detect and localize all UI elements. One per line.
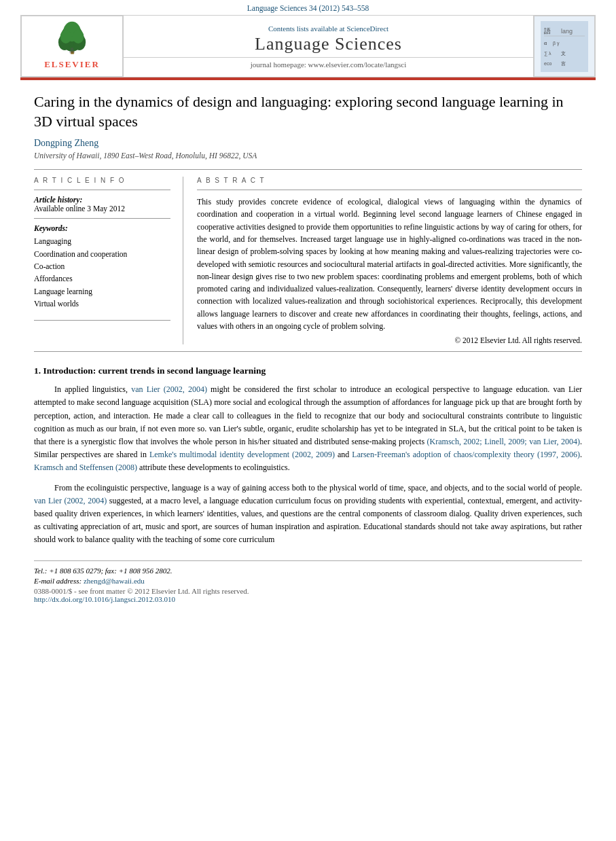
journal-link-bar: Language Sciences 34 (2012) 543–558: [0, 0, 616, 15]
section-divider: [34, 351, 582, 352]
body-paragraph-2: From the ecolinguistic perspective, lang…: [34, 482, 582, 547]
svg-text:文: 文: [561, 51, 566, 56]
affiliation: University of Hawaii, 1890 East–West Roa…: [34, 151, 582, 160]
van-lier-link-1[interactable]: van Lier (2002, 2004): [131, 384, 207, 394]
kramsch-link[interactable]: (Kramsch, 2002; Linell, 2009; van Lier, …: [427, 437, 580, 446]
abstract-header: A B S T R A C T: [197, 177, 582, 184]
info-top-divider: [34, 190, 170, 190]
footer-license-text: 0388-0001/$ - see front matter © 2012 El…: [34, 587, 249, 595]
copyright-line: © 2012 Elsevier Ltd. All rights reserved…: [197, 336, 582, 344]
title-divider: [34, 169, 582, 170]
journal-header: ELSEVIER Contents lists available at Sci…: [20, 15, 596, 77]
science-direct-link[interactable]: ScienceDirect: [346, 24, 388, 33]
keywords-label: Keywords:: [34, 224, 170, 232]
homepage-line: journal homepage: www.elsevier.com/locat…: [124, 57, 533, 71]
journal-title: Language Sciences: [255, 34, 402, 54]
abstract-column: A B S T R A C T This study provides conc…: [197, 177, 582, 344]
author-name: Dongping Zheng: [34, 138, 582, 149]
article-info-column: A R T I C L E I N F O Article history: A…: [34, 177, 183, 344]
header-center: Contents lists available at ScienceDirec…: [123, 16, 534, 77]
footer-tel: Tel.: +1 808 635 0279; fax: +1 808 956 2…: [34, 567, 173, 575]
abstract-text: This study provides concrete evidence of…: [197, 196, 582, 332]
info-section: A R T I C L E I N F O Article history: A…: [34, 177, 582, 344]
keyword-languaging: Languaging: [34, 235, 170, 247]
svg-text:∑ λ: ∑ λ: [544, 51, 551, 56]
footer-email-link[interactable]: zhengd@hawaii.edu: [84, 577, 145, 585]
elsevier-logo-left: ELSEVIER: [21, 16, 123, 77]
kramsch-steffensen-link[interactable]: Kramsch and Steffensen (2008): [34, 463, 137, 472]
homepage-text: journal homepage: www.elsevier.com/locat…: [251, 60, 407, 69]
elsevier-brand-text: ELSEVIER: [44, 59, 100, 70]
keyword-affordances: Affordances: [34, 272, 170, 285]
svg-text:言: 言: [561, 61, 566, 67]
svg-text:lang: lang: [561, 28, 573, 35]
section1-title: 1. Introduction: current trends in secon…: [34, 365, 582, 376]
main-content: Caring in the dynamics of design and lan…: [0, 80, 616, 547]
footer-contact: Tel.: +1 808 635 0279; fax: +1 808 956 2…: [34, 567, 582, 575]
right-logo-icon: 語 lang α β γ ∑ λ 文 eco 言: [541, 21, 588, 72]
keyword-language-learning: Language learning: [34, 285, 170, 298]
elsevier-tree-icon: [50, 20, 94, 58]
article-info-header: A R T I C L E I N F O: [34, 177, 170, 184]
svg-text:eco: eco: [544, 61, 551, 66]
keyword-coaction: Co-action: [34, 260, 170, 272]
contents-available-text: Contents lists available at ScienceDirec…: [268, 24, 388, 33]
body-paragraph-1: In applied linguistics, van Lier (2002, …: [34, 383, 582, 474]
footer-email-label: E-mail address:: [34, 577, 81, 585]
van-lier-link-2[interactable]: van Lier (2002, 2004): [34, 496, 107, 505]
svg-rect-8: [69, 50, 74, 54]
elsevier-logo-container: ELSEVIER: [44, 20, 100, 73]
svg-text:語: 語: [544, 27, 551, 35]
keyword-coordination: Coordination and cooperation: [34, 248, 170, 260]
journal-logo-right: 語 lang α β γ ∑ λ 文 eco 言: [534, 16, 595, 77]
footer-doi: http://dx.doi.org/10.1016/j.langsci.2012…: [34, 595, 582, 603]
footer: Tel.: +1 808 635 0279; fax: +1 808 956 2…: [34, 560, 582, 606]
journal-link[interactable]: Language Sciences 34 (2012) 543–558: [247, 4, 369, 12]
keyword-virtual-worlds: Virtual worlds: [34, 298, 170, 310]
header-top-row: ELSEVIER Contents lists available at Sci…: [21, 16, 595, 77]
info-bottom-divider: [34, 320, 170, 321]
history-label: Article history:: [34, 196, 170, 204]
svg-point-6: [72, 29, 84, 43]
info-mid-divider: [34, 218, 170, 219]
contents-label: Contents lists available at: [268, 24, 345, 33]
lemke-link[interactable]: Lemke's multimodal identity development …: [149, 450, 335, 459]
history-value: Available online 3 May 2012: [34, 204, 170, 213]
abstract-top-divider: [197, 190, 582, 190]
svg-point-7: [70, 47, 73, 50]
larsen-link[interactable]: Larsen-Freeman's adoption of chaos/compl…: [352, 450, 580, 459]
footer-doi-link[interactable]: http://dx.doi.org/10.1016/j.langsci.2012…: [34, 595, 175, 603]
footer-license: 0388-0001/$ - see front matter © 2012 El…: [34, 587, 582, 595]
svg-text:β γ: β γ: [553, 41, 560, 46]
footer-email-row: E-mail address: zhengd@hawaii.edu: [34, 577, 582, 585]
article-title: Caring in the dynamics of design and lan…: [34, 92, 582, 131]
svg-point-5: [60, 29, 71, 43]
